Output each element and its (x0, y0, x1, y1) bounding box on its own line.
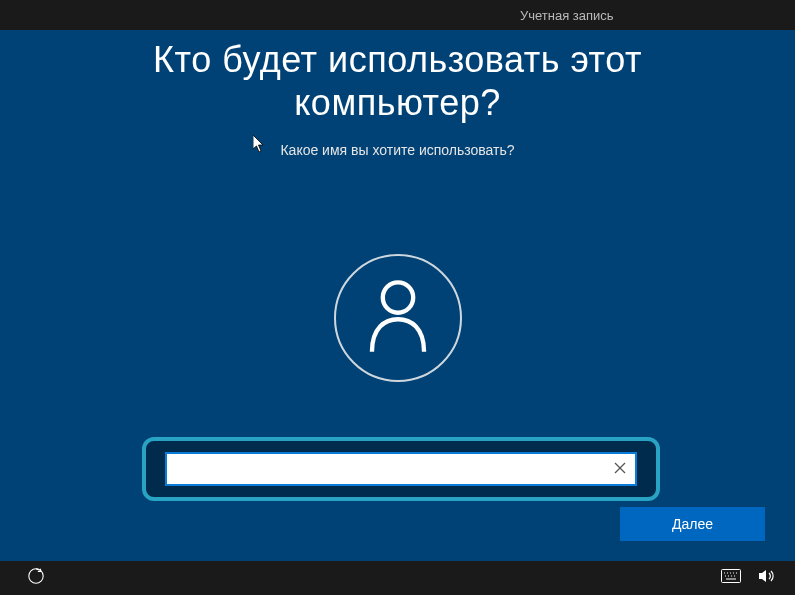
ease-of-access-icon (27, 567, 45, 589)
next-button[interactable]: Далее (620, 507, 765, 541)
next-button-label: Далее (672, 516, 713, 532)
volume-button[interactable] (753, 564, 781, 592)
on-screen-keyboard-button[interactable] (717, 564, 745, 592)
svg-point-0 (382, 283, 412, 313)
volume-icon (758, 568, 776, 588)
svg-point-3 (29, 569, 43, 583)
heading-line-1: Кто будет использовать этот (153, 39, 642, 80)
ease-of-access-button[interactable] (22, 564, 50, 592)
bottom-bar (0, 561, 795, 595)
clear-input-button[interactable] (605, 454, 635, 484)
username-input[interactable] (167, 454, 605, 484)
page-subtitle: Какое имя вы хотите использовать? (0, 142, 795, 158)
close-icon (614, 460, 626, 478)
section-label: Учетная запись (520, 8, 614, 23)
page-title: Кто будет использовать этот компьютер? (0, 38, 795, 124)
main-area: Кто будет использовать этот компьютер? К… (0, 30, 795, 561)
top-bar: Учетная запись (0, 0, 795, 30)
input-highlight-frame (142, 437, 660, 501)
username-input-wrapper (165, 452, 637, 486)
heading-line-2: компьютер? (294, 82, 501, 123)
user-avatar-placeholder (334, 254, 462, 382)
user-icon (365, 278, 431, 358)
keyboard-icon (721, 569, 741, 587)
